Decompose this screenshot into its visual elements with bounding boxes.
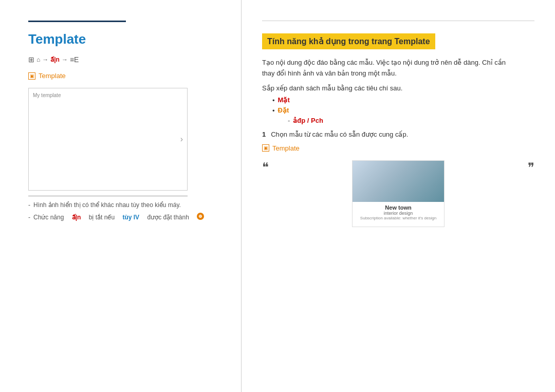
preview-card[interactable]: New town interior design Subscription av… <box>352 160 445 227</box>
breadcrumb-middle[interactable]: ấ|n <box>50 56 60 63</box>
preview-card-subtitle: interior design <box>360 211 436 216</box>
breadcrumb-arrow1: → <box>42 56 48 63</box>
note-text-1: Hình ảnh hiển thị có thể khác nhau tùy t… <box>33 200 181 210</box>
sub-bullet-item: - ảđp / Pch <box>288 117 534 124</box>
grid-icon: ⊞ <box>28 55 34 64</box>
bullet-list: • Mặt • Đặt - ảđp / Pch <box>272 96 534 124</box>
breadcrumb-end: ≡E <box>70 55 79 64</box>
breadcrumb-home[interactable]: ⌂ <box>36 56 40 63</box>
preview-card-title: New town <box>360 204 436 211</box>
preview-card-sub2: Subscription available: whether it's des… <box>360 216 436 220</box>
section-title: Tính năng khả dụng trong trang Template <box>262 33 435 49</box>
template-preview-label: My template <box>33 92 61 98</box>
left-nav-label: Template <box>39 72 66 80</box>
breadcrumb: ⊞ ⌂ → ấ|n → ≡E <box>28 55 226 64</box>
sort-text: Sắp xếp danh sách mẫu bằng các tiêu chí … <box>262 84 534 92</box>
preview-container: ❝ New town interior design Subscription … <box>262 160 534 227</box>
right-nav-icon: ▣ <box>262 144 269 152</box>
note-text-2-red: ấ|n <box>72 213 81 222</box>
template-preview-arrow: › <box>180 135 183 144</box>
preview-card-image <box>353 161 444 202</box>
quote-left-icon: ❝ <box>262 160 269 175</box>
page-title: Template <box>28 31 226 47</box>
note-item-1: - Hình ảnh hiển thị có thể khác nhau tùy… <box>28 200 226 210</box>
bullet-item-1: • Mặt <box>272 96 534 104</box>
breadcrumb-arrow2: → <box>62 56 68 63</box>
preview-card-text: New town interior design Subscription av… <box>360 204 436 220</box>
top-border-decoration <box>28 21 126 22</box>
step-text: Chọn mẫu từ các mẫu có sẵn được cung cấp… <box>271 130 408 138</box>
template-preview-area: My template › <box>28 88 188 191</box>
quote-right-icon: ❞ <box>528 160 534 175</box>
notes-list: - Hình ảnh hiển thị có thể khác nhau tùy… <box>28 200 226 222</box>
right-top-border <box>262 21 534 21</box>
template-nav-icon: ▣ <box>28 72 35 80</box>
note-item-2: - Chức năng ấ|n bị tắt nếu tùy IV được đ… <box>28 213 226 222</box>
right-panel: Tính năng khả dụng trong trang Template … <box>242 0 555 392</box>
section-description: Tạo nội dung độc đáo bằng các mẫu. Việc … <box>262 58 509 79</box>
divider <box>28 196 188 196</box>
bullet-label-1: Mặt <box>278 96 290 104</box>
step-item-1: 1 Chọn mẫu từ các mẫu có sẵn được cung c… <box>262 130 534 138</box>
note-text-2-blue: tùy IV <box>122 213 139 222</box>
note-text-2-mid: bị tắt nếu <box>89 213 115 222</box>
note-text-2-suffix: được đặt thành <box>147 213 189 222</box>
left-nav-template[interactable]: ▣ Template <box>28 72 226 80</box>
sub-bullet-label: ảđp / Pch <box>293 117 323 124</box>
step-number: 1 <box>262 130 266 138</box>
right-nav-template[interactable]: ▣ Template <box>262 144 534 152</box>
note-text-2-prefix: Chức năng <box>33 213 64 222</box>
right-nav-label: Template <box>272 144 300 152</box>
circle-icon: ⊕ <box>197 213 204 220</box>
bullet-item-2: • Đặt <box>272 106 534 115</box>
left-panel: Template ⊞ ⌂ → ấ|n → ≡E ▣ Template My te… <box>0 0 242 392</box>
bullet-label-2: Đặt <box>278 106 289 114</box>
